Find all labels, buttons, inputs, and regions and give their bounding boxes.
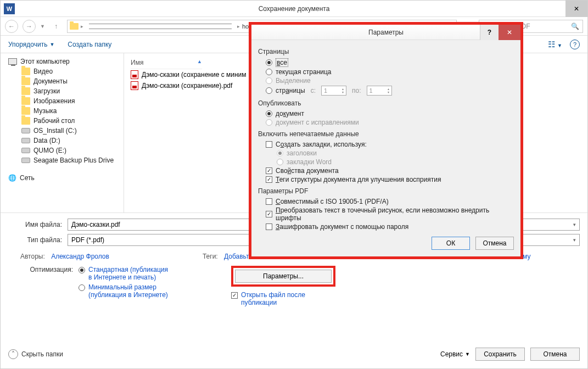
hide-folders-button[interactable]: ˄ Скрыть папки [8,349,63,359]
tree-desktop[interactable]: Рабочий стол [1,116,124,126]
authors-value[interactable]: Александр Фролов [51,253,109,260]
section-publish: Опубликовать [258,99,514,107]
page-to-input[interactable]: 1 [367,86,392,96]
tree-downloads[interactable]: Загрузки [1,86,124,96]
opt-standard-radio[interactable]: Стандартная (публикация в Интернете и пе… [79,266,176,281]
checkbox-icon [266,211,272,217]
checkbox-icon [266,141,272,148]
word-icon: W [4,3,15,14]
forward-button[interactable]: → [23,20,36,33]
options-button-highlight: Параметры... [231,266,335,287]
opt-minimal-radio[interactable]: Минимальный размер (публикация в Интерне… [79,283,176,299]
options-dialog: Параметры ? ✕ Страницы все текущая стран… [249,22,523,259]
options-titlebar: Параметры ? ✕ [251,25,520,40]
bookmarks-headings-radio: заголовки [258,149,514,158]
optimize-label: Оптимизация: [20,266,73,273]
page-from-input[interactable]: 1 [321,86,346,96]
help-button[interactable]: ? [480,25,499,40]
path-redacted [89,24,232,29]
organize-button[interactable]: Упорядочить▼ [8,41,54,48]
view-button[interactable]: ☷ ▼ [548,40,562,49]
tree-network[interactable]: 🌐 Сеть [1,173,124,183]
radio-icon [79,267,85,273]
pages-current-radio[interactable]: текущая страница [258,68,514,76]
checkbox-icon [266,198,272,205]
sidebar: Этот компьютер Видео Документы Загрузки … [1,53,124,213]
help-button[interactable]: ? [570,40,580,49]
search-icon: 🔍 [571,23,579,30]
tree-drive-e[interactable]: QUMO (E:) [1,146,124,155]
tree-videos[interactable]: Видео [1,66,124,76]
radio-icon [266,59,272,66]
save-button[interactable]: Сохранить [475,348,525,361]
window-title: Сохранение документа [259,5,330,13]
options-button[interactable]: Параметры... [235,270,332,283]
close-button[interactable]: ✕ [499,25,520,40]
folder-icon [21,117,30,125]
folder-icon [70,23,79,30]
folder-icon [21,107,30,115]
pdf-icon [131,70,138,79]
tree-drive-seagate[interactable]: Seagate Backup Plus Drive [1,155,124,165]
service-button[interactable]: Сервис▼ [440,350,470,358]
drive-icon [21,148,30,153]
checkbox-icon [266,176,272,183]
checkbox-icon [266,167,272,174]
sort-asc-icon: ▲ [197,59,202,66]
encrypt-checkbox[interactable]: Зашифровать документ с помощью пароля [258,222,514,231]
tree-drive-c[interactable]: OS_Install (C:) [1,126,124,136]
network-icon: 🌐 [8,174,16,182]
checkbox-icon [231,292,238,299]
dropdown-icon[interactable]: ▾ [573,222,576,227]
path-sep: ▸ [237,24,240,29]
bitmap-text-checkbox[interactable]: Преобразовать текст в точечный рисунок, … [258,206,514,222]
section-nonprint: Включить непечатаемые данные [258,130,514,138]
radio-icon [266,119,272,126]
create-bookmarks-checkbox[interactable]: Создать закладки, используя: [258,140,514,149]
pages-range-radio[interactable]: страницы с: 1 по: 1 [258,85,514,96]
section-pdf: Параметры PDF [258,187,514,195]
drive-icon [21,158,30,163]
recent-dropdown-icon[interactable]: ▼ [40,24,45,29]
tags-label: Теги: [203,253,218,260]
radio-icon [79,284,85,291]
tree-pictures[interactable]: Изображения [1,96,124,106]
close-icon[interactable]: ✕ [565,1,587,17]
open-after-checkbox[interactable]: Открыть файл после публикации [231,291,335,306]
radio-icon [277,150,283,156]
folder-icon [21,77,30,85]
pages-selection-radio: Выделение [258,76,514,85]
section-pages: Страницы [258,48,514,55]
authors-label: Авторы: [20,253,45,260]
tree-music[interactable]: Музыка [1,106,124,116]
radio-icon [266,77,272,84]
footer: ˄ Скрыть папки Сервис▼ Сохранить Отмена [1,348,587,361]
cancel-button[interactable]: Отмена [530,348,580,361]
column-name[interactable]: Имя ▲ [131,57,202,69]
drive-icon [21,138,30,143]
radio-icon [266,110,272,117]
iso-checkbox[interactable]: Совместимый с ISO 19005-1 (PDF/A) [258,197,514,206]
up-button[interactable]: ↑ [49,20,63,33]
pages-all-radio[interactable]: все [258,58,514,68]
radio-icon [266,69,272,75]
pdf-icon [131,81,138,90]
publish-document-radio[interactable]: документ [258,109,514,118]
doc-properties-checkbox[interactable]: Свойства документа [258,166,514,175]
tree-drive-d[interactable]: Data (D:) [1,136,124,146]
ok-button[interactable]: ОК [432,237,470,250]
tree-documents[interactable]: Документы [1,76,124,86]
new-folder-button[interactable]: Создать папку [68,41,111,48]
bookmarks-word-radio: закладки Word [258,158,514,166]
checkbox-icon [266,223,272,230]
filetype-label: Тип файла: [8,236,68,244]
radio-icon [266,87,272,94]
tree-computer[interactable]: Этот компьютер [1,57,124,66]
dropdown-icon[interactable]: ▾ [573,237,576,243]
pc-icon [8,58,17,65]
back-button[interactable]: ← [5,20,18,33]
cancel-button[interactable]: Отмена [475,237,514,250]
options-title: Параметры [368,29,404,36]
struct-tags-checkbox[interactable]: Теги структуры документа для улучшения в… [258,175,514,184]
filename-label: Имя файла: [8,221,68,228]
